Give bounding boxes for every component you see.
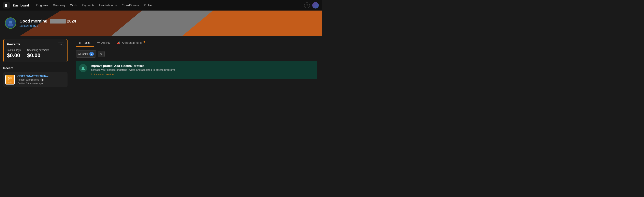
nav-right: ? xyxy=(304,2,319,8)
filter-dropdown-button[interactable]: ∨ xyxy=(98,51,105,57)
tasks-tabs: ⊞ Tasks 〜 Activity 📣 Announcements xyxy=(76,39,317,47)
task-card-content: Improve profile: Add external profiles I… xyxy=(90,64,306,76)
nav-work[interactable]: Work xyxy=(68,2,79,8)
recent-title: Recent xyxy=(3,66,68,70)
rewards-last30: Last 30 days $0.00 xyxy=(7,49,21,58)
task-overdue: ⚠ 6 months overdue xyxy=(90,73,306,76)
filter-row: All tasks 2 ∨ xyxy=(76,50,317,58)
help-button[interactable]: ? xyxy=(304,2,310,8)
set-availability-link[interactable]: Set availability › xyxy=(20,24,76,27)
rewards-last30-label: Last 30 days xyxy=(7,49,21,52)
svg-point-5 xyxy=(82,67,84,68)
user-avatar[interactable] xyxy=(312,2,319,8)
rewards-upcoming-amount: $0.00 xyxy=(27,52,49,58)
navbar: Dashboard Programs Discovery Work Paymen… xyxy=(0,0,322,10)
tab-activity[interactable]: 〜 Activity xyxy=(94,39,114,47)
nav-links: Programs Discovery Work Payments Leaderb… xyxy=(34,2,302,8)
submissions-badge: 0 xyxy=(40,78,44,82)
recent-program-logo: aruba a Hewlett PackardEnterprise compan… xyxy=(5,75,15,84)
nav-profile[interactable]: Profile xyxy=(142,2,154,8)
tasks-tab-icon: ⊞ xyxy=(79,41,82,44)
all-tasks-filter[interactable]: All tasks 2 xyxy=(76,50,96,58)
nav-discovery[interactable]: Discovery xyxy=(51,2,67,8)
rewards-collapse-button[interactable]: > < xyxy=(58,42,64,46)
nav-crowdstream[interactable]: CrowdStream xyxy=(120,2,141,8)
hero-text: Good morning, 2024 Set availability › xyxy=(20,19,76,27)
recent-program-info: Aruba Networks Public... Recent submissi… xyxy=(18,74,48,85)
main-content: Rewards > < Last 30 days $0.00 Upcoming … xyxy=(0,36,322,98)
rewards-data: Last 30 days $0.00 Upcoming payments $0.… xyxy=(7,49,64,58)
tab-announcements[interactable]: 📣 Announcements xyxy=(114,39,149,47)
hero-greeting: Good morning, 2024 xyxy=(20,19,76,24)
hero-content: Good morning, 2024 Set availability › xyxy=(5,18,76,29)
rewards-last30-amount: $0.00 xyxy=(7,52,21,58)
task-card[interactable]: Improve profile: Add external profiles I… xyxy=(76,61,317,79)
recent-submissions: Recent submissions 0 xyxy=(18,78,48,82)
recent-drafted: Drafted 39 minutes ago xyxy=(18,82,48,85)
task-menu-button[interactable]: ⋯ xyxy=(309,64,314,70)
task-card-title: Improve profile: Add external profiles xyxy=(90,64,306,68)
overdue-warning-icon: ⚠ xyxy=(90,73,93,76)
hero-banner: Good morning, 2024 Set availability › xyxy=(0,10,322,36)
tasks-count-badge: 2 xyxy=(90,52,94,56)
recent-item[interactable]: aruba a Hewlett PackardEnterprise compan… xyxy=(3,72,68,87)
hero-avatar xyxy=(5,18,16,29)
nav-programs[interactable]: Programs xyxy=(34,2,50,8)
recent-logo-inner: aruba a Hewlett PackardEnterprise compan… xyxy=(6,76,14,84)
left-panel: Rewards > < Last 30 days $0.00 Upcoming … xyxy=(0,36,71,98)
overdue-label: 6 months overdue xyxy=(94,73,114,76)
app-brand: Dashboard xyxy=(13,4,29,7)
rewards-card: Rewards > < Last 30 days $0.00 Upcoming … xyxy=(3,39,68,62)
app-logo[interactable] xyxy=(3,2,10,8)
nav-payments[interactable]: Payments xyxy=(80,2,96,8)
nav-leaderboards[interactable]: Leaderboards xyxy=(97,2,118,8)
announcements-notification-dot xyxy=(144,41,145,42)
announcements-tab-icon: 📣 xyxy=(117,41,120,44)
hero-username-redacted xyxy=(50,19,66,24)
rewards-upcoming: Upcoming payments $0.00 xyxy=(27,49,49,58)
activity-tab-icon: 〜 xyxy=(97,41,100,44)
right-panel: ⊞ Tasks 〜 Activity 📣 Announcements All t… xyxy=(71,36,322,98)
tab-tasks[interactable]: ⊞ Tasks xyxy=(76,39,94,47)
recent-section: Recent aruba a Hewlett PackardEnterprise… xyxy=(3,66,68,87)
task-card-description: Increase your chance of getting invites … xyxy=(90,68,306,71)
rewards-upcoming-label: Upcoming payments xyxy=(27,49,49,52)
recent-program-name[interactable]: Aruba Networks Public... xyxy=(18,74,48,77)
task-card-icon xyxy=(79,64,87,72)
rewards-card-header: Rewards > < xyxy=(7,42,64,46)
rewards-title: Rewards xyxy=(7,42,20,46)
